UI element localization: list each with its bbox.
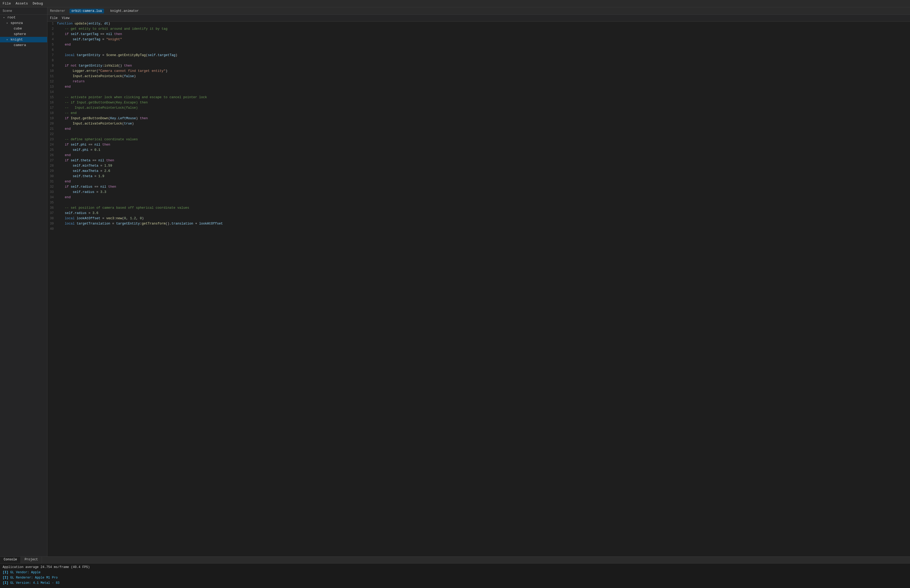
code-line-3: 3 if self.targetTag == nil then (47, 32, 910, 37)
line-number-18: 18 (47, 111, 57, 115)
code-line-11: 11 Input.activatePointerLock(false) (47, 74, 910, 79)
sidebar-item-sponza[interactable]: ▾sponza (0, 20, 47, 26)
line-content-36[interactable]: -- set position of camera based off sphe… (57, 206, 189, 210)
sidebar: Scene ▾root▾sponzacubesphere▾knightcamer… (0, 7, 47, 556)
editor-file-bar: File View (47, 15, 910, 22)
editor-menu-view[interactable]: View (62, 16, 70, 20)
code-line-13: 13 end (47, 85, 910, 90)
line-content-35[interactable] (57, 201, 59, 205)
code-line-29: 29 self.maxTheta = 2.6 (47, 169, 910, 174)
code-line-19: 19 if Input.getButtonDown(Key.LeftMouse)… (47, 116, 910, 121)
line-content-29[interactable]: self.maxTheta = 2.6 (57, 169, 110, 173)
code-line-1: 1function update(entity, dt) (47, 22, 910, 27)
console-line-2: [I] GL Renderer: Apple M1 Pro (3, 575, 907, 580)
sidebar-item-root[interactable]: ▾root (0, 15, 47, 20)
line-number-3: 3 (47, 32, 57, 36)
sidebar-label-root: root (7, 16, 16, 19)
line-content-4[interactable]: self.targetTag = "knight" (57, 38, 122, 41)
code-line-39: 39 local targetTranslation = targetEntit… (47, 221, 910, 227)
menu-assets[interactable]: Assets (16, 2, 28, 5)
code-line-18: 18 -- end (47, 111, 910, 116)
line-content-31[interactable]: end (57, 180, 71, 183)
line-number-24: 24 (47, 143, 57, 147)
code-line-10: 10 Logger.error("Camera cannot find targ… (47, 69, 910, 74)
line-content-32[interactable]: if self.radius == nil then (57, 185, 116, 189)
line-content-13[interactable]: end (57, 85, 71, 89)
line-content-8[interactable] (57, 59, 59, 62)
line-content-33[interactable]: self.radius = 3.3 (57, 190, 107, 194)
line-content-16[interactable]: -- if Input.getButtonDown(Key.Escape) th… (57, 101, 148, 105)
code-line-15: 15 -- activate pointer lock when clickin… (47, 95, 910, 100)
sidebar-item-cube[interactable]: cube (0, 26, 47, 31)
console-content: Application average 24.754 ms/frame (40.… (0, 564, 910, 588)
line-content-11[interactable]: Input.activatePointerLock(false) (57, 74, 136, 78)
tree-arrow-knight: ▾ (6, 38, 10, 41)
line-number-35: 35 (47, 201, 57, 205)
main-area: Scene ▾root▾sponzacubesphere▾knightcamer… (0, 7, 910, 556)
line-content-37[interactable]: self.radius = 3.6 (57, 212, 99, 215)
line-content-27[interactable]: if self.theta == nil then (57, 159, 114, 162)
line-number-27: 27 (47, 159, 57, 162)
menu-debug[interactable]: Debug (33, 2, 43, 5)
menu-file[interactable]: File (3, 2, 11, 5)
line-number-6: 6 (47, 48, 57, 52)
sidebar-label-sponza: sponza (11, 21, 23, 25)
line-content-1[interactable]: function update(entity, dt) (57, 22, 110, 26)
line-content-34[interactable]: end (57, 195, 71, 199)
line-content-26[interactable]: end (57, 153, 71, 157)
code-line-40: 40 (47, 227, 910, 232)
line-content-38[interactable]: local lookAtOffset = vec3:new(0, 1.2, 0) (57, 216, 144, 220)
line-number-21: 21 (47, 127, 57, 131)
line-content-9[interactable]: if not targetEntity:isValid() then (57, 64, 132, 68)
line-number-19: 19 (47, 116, 57, 120)
sidebar-label-camera: camera (14, 43, 26, 47)
bottom-tab-console[interactable]: Console (0, 557, 21, 563)
line-content-30[interactable]: self.theta = 1.9 (57, 174, 104, 178)
line-content-14[interactable] (57, 90, 59, 94)
line-content-28[interactable]: self.minTheta = 1.59 (57, 164, 112, 168)
editor-area: Renderer orbit-camera.luaknight.animator… (47, 7, 910, 556)
code-line-14: 14 (47, 90, 910, 95)
sidebar-tree: ▾root▾sponzacubesphere▾knightcamera (0, 15, 47, 48)
line-content-15[interactable]: -- activate pointer lock when clicking a… (57, 95, 207, 99)
line-content-12[interactable]: return (57, 80, 84, 84)
line-number-5: 5 (47, 43, 57, 47)
line-content-39[interactable]: local targetTranslation = targetEntity:g… (57, 222, 223, 226)
sidebar-item-knight[interactable]: ▾knight (0, 37, 47, 42)
sidebar-item-camera[interactable]: camera (0, 42, 47, 48)
line-content-18[interactable]: -- end (57, 111, 77, 115)
line-number-11: 11 (47, 74, 57, 78)
line-content-40[interactable] (57, 227, 59, 231)
line-content-21[interactable]: end (57, 127, 71, 131)
line-content-20[interactable]: Input.activatePointerLock(true) (57, 122, 134, 126)
line-content-10[interactable]: Logger.error("Camera cannot find target … (57, 69, 168, 73)
code-line-36: 36 -- set position of camera based off s… (47, 206, 910, 211)
line-number-13: 13 (47, 85, 57, 89)
code-line-26: 26 end (47, 153, 910, 158)
renderer-tab-orbit-camera[interactable]: orbit-camera.lua (70, 9, 104, 13)
code-line-5: 5 end (47, 43, 910, 48)
line-content-3[interactable]: if self.targetTag == nil then (57, 32, 122, 36)
line-content-17[interactable]: -- Input.activatePointerLock(false) (57, 106, 138, 110)
tree-arrow-root: ▾ (3, 16, 6, 19)
line-content-22[interactable] (57, 132, 59, 136)
line-content-7[interactable]: local targetEntity = Scene.getEntityByTa… (57, 53, 178, 57)
code-line-16: 16 -- if Input.getButtonDown(Key.Escape)… (47, 100, 910, 106)
line-content-6[interactable] (57, 48, 59, 52)
code-line-32: 32 if self.radius == nil then (47, 185, 910, 190)
console-line-0: Application average 24.754 ms/frame (40.… (3, 565, 907, 570)
line-content-2[interactable]: -- get entity to orbit around and identi… (57, 27, 168, 31)
line-content-19[interactable]: if Input.getButtonDown(Key.LeftMouse) th… (57, 116, 148, 120)
line-number-12: 12 (47, 80, 57, 84)
bottom-tab-project[interactable]: Project (21, 557, 42, 563)
line-content-25[interactable]: self.phi = 0.1 (57, 148, 100, 152)
sidebar-item-sphere[interactable]: sphere (0, 31, 47, 37)
line-content-5[interactable]: end (57, 43, 71, 47)
line-number-29: 29 (47, 169, 57, 173)
code-editor[interactable]: 1function update(entity, dt)2 -- get ent… (47, 22, 910, 556)
renderer-tab-knight-animator[interactable]: knight.animator (108, 9, 141, 13)
line-content-24[interactable]: if self.phi == nil then (57, 143, 110, 147)
editor-menu-file[interactable]: File (50, 16, 58, 20)
code-line-31: 31 end (47, 179, 910, 185)
line-content-23[interactable]: -- define spherical coordinate values (57, 138, 138, 141)
